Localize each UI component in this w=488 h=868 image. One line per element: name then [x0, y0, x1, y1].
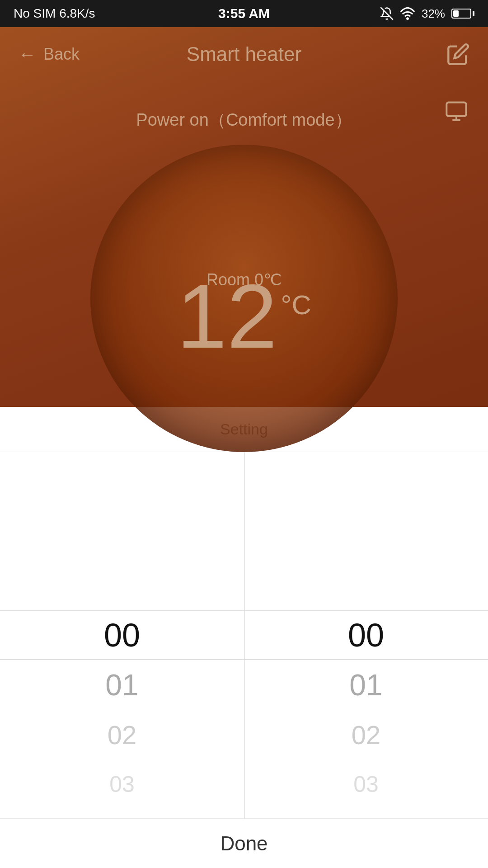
- temp-unit: °C: [281, 289, 311, 321]
- list-item[interactable]: 02: [0, 710, 244, 760]
- back-label: Back: [43, 45, 80, 64]
- svg-point-1: [407, 18, 408, 19]
- power-status: Power on（Comfort mode）: [0, 108, 488, 132]
- picker-container[interactable]: 00 01 02 03 00 01 02 03: [0, 452, 488, 818]
- back-arrow-icon: ←: [18, 44, 36, 65]
- status-left: No SIM 6.8K/s: [14, 6, 95, 21]
- status-right: 32%: [380, 7, 474, 21]
- edit-icon: [446, 42, 470, 66]
- list-item[interactable]: 03: [244, 760, 488, 809]
- battery-percent: 32%: [422, 7, 445, 21]
- svg-line-0: [380, 7, 393, 20]
- temp-value: 12: [177, 271, 277, 362]
- top-section: ← Back Smart heater Power on（Comfort mod…: [0, 27, 488, 407]
- list-item[interactable]: 02: [244, 710, 488, 760]
- list-item[interactable]: 01: [0, 660, 244, 710]
- monitor-icon: [445, 99, 468, 123]
- list-item[interactable]: [244, 561, 488, 610]
- list-item[interactable]: 01: [244, 660, 488, 710]
- list-item[interactable]: [0, 561, 244, 610]
- done-button[interactable]: Done: [0, 818, 488, 868]
- bottom-section: Setting 00 01 02 03 00 01 02 03 Done: [0, 407, 488, 868]
- bell-mute-icon: [380, 7, 394, 20]
- picker-right-column[interactable]: 00 01 02 03: [244, 452, 488, 818]
- status-time: 3:55 AM: [218, 6, 270, 21]
- picker-left-column[interactable]: 00 01 02 03: [0, 452, 244, 818]
- no-sim-label: No SIM 6.8K/s: [14, 6, 95, 21]
- picker-right-selected[interactable]: 00: [244, 610, 488, 660]
- picker-left-selected[interactable]: 00: [0, 610, 244, 660]
- list-item[interactable]: [244, 511, 488, 561]
- nav-bar: ← Back Smart heater: [0, 27, 488, 81]
- battery-icon: [451, 9, 474, 19]
- status-bar: No SIM 6.8K/s 3:55 AM 32%: [0, 0, 488, 27]
- list-item[interactable]: 03: [0, 760, 244, 809]
- wifi-icon: [400, 7, 415, 20]
- monitor-button[interactable]: [445, 99, 468, 128]
- edit-button[interactable]: [446, 42, 470, 66]
- list-item[interactable]: [244, 461, 488, 511]
- back-button[interactable]: ← Back: [18, 44, 80, 65]
- list-item[interactable]: [0, 461, 244, 511]
- page-title: Smart heater: [187, 43, 301, 66]
- svg-rect-2: [446, 103, 466, 116]
- temp-display: 12 °C: [177, 271, 311, 362]
- list-item[interactable]: [0, 511, 244, 561]
